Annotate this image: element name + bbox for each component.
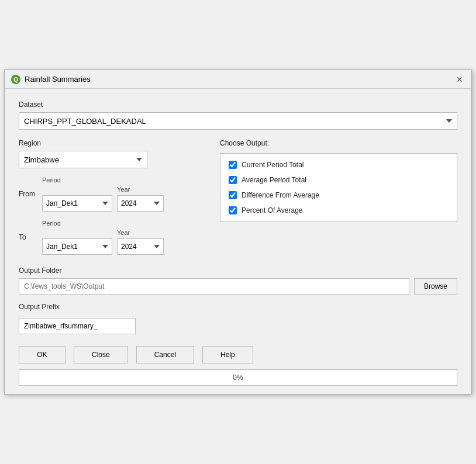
dialog-body: Dataset CHIRPS_PPT_GLOBAL_DEKADAL Region… xyxy=(5,89,471,394)
output-folder-label: Output Folder xyxy=(19,266,457,275)
to-period-year-inline: Jan_Dek1 Year 2024 xyxy=(42,229,164,255)
from-year-label: Year xyxy=(117,186,164,193)
average-period-total-checkbox[interactable] xyxy=(229,176,237,184)
close-dialog-button[interactable]: Close xyxy=(74,346,128,363)
difference-from-average-label: Difference From Average xyxy=(242,191,319,199)
from-row: From Period Jan_Dek1 Year 2024 xyxy=(19,176,206,212)
average-period-total-label: Average Period Total xyxy=(242,176,306,184)
rainfall-summaries-dialog: Q Rainfall Summaries ✕ Dataset CHIRPS_PP… xyxy=(4,70,472,394)
left-column: Region Zimbabwe From Period Jan_Dek1 xyxy=(19,139,206,255)
folder-row: Browse xyxy=(19,278,457,295)
percent-of-average-checkbox[interactable] xyxy=(229,206,237,214)
current-period-total-checkbox[interactable] xyxy=(229,161,237,169)
to-year-select[interactable]: 2024 xyxy=(117,238,164,255)
dataset-select[interactable]: CHIRPS_PPT_GLOBAL_DEKADAL xyxy=(19,112,457,130)
to-label: To xyxy=(19,233,36,241)
from-period-label: Period xyxy=(42,176,164,183)
dataset-section: Dataset CHIRPS_PPT_GLOBAL_DEKADAL xyxy=(19,101,457,130)
region-select[interactable]: Zimbabwe xyxy=(19,151,147,168)
checkbox-row-1: Average Period Total xyxy=(229,176,449,184)
from-period-select[interactable]: Jan_Dek1 xyxy=(42,195,112,212)
output-prefix-section: Output Prefix xyxy=(19,303,457,334)
output-folder-section: Output Folder Browse xyxy=(19,266,457,295)
dialog-title: Rainfall Summaries xyxy=(25,75,91,84)
checkbox-row-0: Current Period Total xyxy=(229,161,449,169)
browse-button[interactable]: Browse xyxy=(414,278,457,295)
current-period-total-label: Current Period Total xyxy=(242,161,304,169)
to-year-group: Year 2024 xyxy=(117,229,164,255)
qgis-icon: Q xyxy=(11,74,21,85)
dataset-label: Dataset xyxy=(19,101,457,109)
from-period-group: Period Jan_Dek1 Year 2024 xyxy=(42,176,164,212)
from-year-group: Year 2024 xyxy=(117,186,164,212)
to-year-label: Year xyxy=(117,229,164,236)
output-prefix-input[interactable] xyxy=(19,318,136,334)
svg-text:Q: Q xyxy=(13,77,18,83)
title-bar-left: Q Rainfall Summaries xyxy=(11,74,91,85)
progress-section: 0% xyxy=(19,369,457,386)
close-button[interactable]: ✕ xyxy=(454,74,465,85)
two-col-layout: Region Zimbabwe From Period Jan_Dek1 xyxy=(19,139,457,255)
from-year-select[interactable]: 2024 xyxy=(117,195,164,212)
output-prefix-label: Output Prefix xyxy=(19,303,457,311)
choose-output-label: Choose Output: xyxy=(220,139,457,147)
to-row: To Period Jan_Dek1 Year 2024 xyxy=(19,220,206,255)
ok-button[interactable]: OK xyxy=(19,346,65,363)
right-column: Choose Output: Current Period Total Aver… xyxy=(220,139,457,255)
difference-from-average-checkbox[interactable] xyxy=(229,191,237,199)
from-period-year-inline: Jan_Dek1 Year 2024 xyxy=(42,186,164,212)
checkbox-row-2: Difference From Average xyxy=(229,191,449,199)
cancel-button[interactable]: Cancel xyxy=(136,346,194,363)
to-period-group: Period Jan_Dek1 Year 2024 xyxy=(42,220,164,255)
from-label: From xyxy=(19,190,36,198)
to-period-label: Period xyxy=(42,220,164,227)
help-button[interactable]: Help xyxy=(202,346,253,363)
button-row: OK Close Cancel Help xyxy=(19,346,457,363)
to-period-select[interactable]: Jan_Dek1 xyxy=(42,238,112,255)
checkbox-row-3: Percent Of Average xyxy=(229,206,449,214)
region-label: Region xyxy=(19,139,206,147)
output-folder-input[interactable] xyxy=(19,278,409,295)
choose-output-box: Current Period Total Average Period Tota… xyxy=(220,153,457,222)
percent-of-average-label: Percent Of Average xyxy=(242,206,303,214)
region-section: Region Zimbabwe xyxy=(19,139,206,168)
title-bar: Q Rainfall Summaries ✕ xyxy=(5,70,471,89)
progress-text: 0% xyxy=(233,373,243,382)
